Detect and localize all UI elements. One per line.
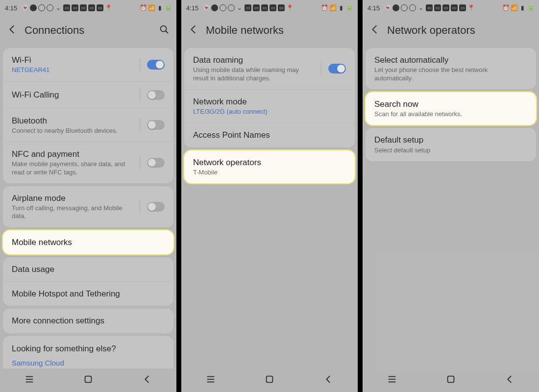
settings-group: Select automaticallyLet your phone choos…	[366, 48, 536, 89]
screen-2: 4:15👻⌄▭▭▭▭▭📍⏰📶▮🔋Network operatorsSelect …	[363, 0, 539, 392]
navigation-bar	[181, 368, 358, 392]
looking-for-card: Looking for something else?Samsung Cloud	[3, 336, 173, 369]
settings-group: Search nowScan for all available network…	[366, 92, 536, 125]
airplane-row[interactable]: Airplane modeTurn off calling, messaging…	[3, 186, 173, 227]
network-operators-subtitle: T-Mobile	[193, 169, 346, 176]
instagram-icon	[38, 4, 45, 11]
mobile-networks-row[interactable]: Mobile networks	[3, 230, 173, 254]
hotspot-title: Mobile Hotspot and Tethering	[12, 289, 165, 299]
badge-icon: ▭	[278, 4, 285, 11]
network-mode-row[interactable]: Network modeLTE/3G/2G (auto connect)	[184, 89, 355, 123]
alarm-icon: ⏰	[140, 4, 147, 11]
bluetooth-subtitle: Connect to nearby Bluetooth devices.	[12, 127, 133, 135]
data-usage-row[interactable]: Data usage	[3, 257, 173, 281]
image-icon: ▭	[426, 4, 433, 11]
svg-rect-5	[85, 376, 92, 383]
bluetooth-toggle[interactable]	[147, 120, 165, 130]
wifi-row[interactable]: Wi-FiNETGEAR41	[3, 48, 173, 81]
alarm-icon: ⏰	[321, 4, 328, 11]
battery-icon: 🔋	[346, 4, 353, 11]
back-icon[interactable]	[188, 24, 199, 37]
nfc-toggle[interactable]	[147, 158, 165, 168]
wifi-calling-toggle[interactable]	[147, 90, 165, 100]
airplane-toggle[interactable]	[147, 202, 165, 212]
toggle-separator	[321, 62, 321, 75]
navigation-bar	[0, 368, 176, 392]
location-icon: 📍	[286, 4, 293, 11]
recents-button[interactable]	[387, 374, 397, 387]
settings-group: Mobile networks	[3, 230, 173, 254]
airplane-subtitle: Turn off calling, messaging, and Mobile …	[12, 204, 133, 220]
image-icon: ▭	[245, 4, 251, 11]
image-icon: ▭	[63, 4, 70, 11]
screen-0: 4:15👻⌄▭▭▭▭▭📍⏰📶▮🔋ConnectionsWi-FiNETGEAR4…	[0, 0, 176, 392]
settings-group: Data roamingUsing mobile data while roam…	[184, 48, 355, 147]
data-roaming-title: Data roaming	[193, 55, 314, 65]
recents-button[interactable]	[205, 374, 216, 387]
snapchat-icon: 👻	[22, 4, 28, 11]
apn-row[interactable]: Access Point Names	[184, 122, 355, 147]
default-setup-title: Default setup	[374, 135, 527, 145]
badge-icon: ▭	[261, 4, 268, 11]
search-icon[interactable]	[159, 24, 170, 37]
bluetooth-row[interactable]: BluetoothConnect to nearby Bluetooth dev…	[3, 108, 173, 142]
instagram-icon	[401, 4, 408, 11]
status-bar: 4:15👻⌄▭▭▭▭▭📍⏰📶▮🔋	[363, 0, 539, 16]
image-icon: ▭	[434, 4, 441, 11]
settings-group: Data usageMobile Hotspot and Tethering	[3, 257, 173, 306]
nav-back-button[interactable]	[323, 374, 334, 387]
settings-group: Network operatorsT-Mobile	[184, 150, 355, 184]
home-button[interactable]	[264, 374, 275, 387]
header: Connections	[0, 16, 176, 45]
wifi-calling-row[interactable]: Wi-Fi Calling	[3, 81, 173, 108]
chevron-down-icon: ⌄	[417, 4, 424, 11]
nfc-row[interactable]: NFC and paymentMake mobile payments, sha…	[3, 142, 173, 183]
toggle-separator	[140, 156, 140, 169]
screen-1: 4:15👻⌄▭▭▭▭▭📍⏰📶▮🔋Mobile networksData roam…	[181, 0, 358, 392]
status-circle-icon	[228, 4, 235, 11]
page-title: Mobile networks	[206, 24, 351, 37]
back-icon[interactable]	[7, 24, 18, 37]
back-icon[interactable]	[369, 24, 380, 37]
nav-back-button[interactable]	[142, 374, 152, 387]
instagram-icon	[220, 4, 226, 11]
nav-back-button[interactable]	[504, 374, 515, 387]
content: Select automaticallyLet your phone choos…	[363, 45, 539, 368]
network-operators-row[interactable]: Network operatorsT-Mobile	[184, 150, 355, 184]
data-roaming-row[interactable]: Data roamingUsing mobile data while roam…	[184, 48, 355, 89]
wifi-toggle[interactable]	[147, 60, 165, 70]
looking-for-title: Looking for something else?	[3, 336, 173, 359]
recents-button[interactable]	[24, 374, 35, 387]
toggle-separator	[140, 58, 140, 71]
looking-for-link[interactable]: Samsung Cloud	[3, 359, 173, 369]
nfc-subtitle: Make mobile payments, share data, and re…	[12, 160, 133, 176]
settings-group: Wi-FiNETGEAR41Wi-Fi CallingBluetoothConn…	[3, 48, 173, 183]
status-circle-icon	[47, 4, 53, 11]
airplane-title: Airplane mode	[12, 193, 133, 203]
battery-icon: 🔋	[527, 4, 534, 11]
select-auto-title: Select automatically	[374, 55, 527, 65]
select-auto-row[interactable]: Select automaticallyLet your phone choos…	[366, 48, 536, 89]
more-conn-row[interactable]: More connection settings	[3, 309, 173, 333]
hotspot-row[interactable]: Mobile Hotspot and Tethering	[3, 281, 173, 306]
bluetooth-title: Bluetooth	[12, 116, 133, 126]
settings-group: Default setupSelect default setup	[366, 128, 536, 161]
search-now-subtitle: Scan for all available networks.	[374, 110, 527, 118]
data-roaming-subtitle: Using mobile data while roaming may resu…	[193, 66, 314, 82]
wifi-icon: 📶	[511, 4, 517, 11]
wifi-subtitle: NETGEAR41	[12, 66, 133, 74]
toggle-separator	[140, 89, 140, 101]
status-time: 4:15	[5, 4, 17, 12]
badge-icon: ▭	[442, 4, 449, 11]
badge-icon: ▭	[80, 4, 87, 11]
default-setup-row[interactable]: Default setupSelect default setup	[366, 128, 536, 161]
badge-icon: ▭	[451, 4, 458, 11]
status-bar: 4:15👻⌄▭▭▭▭▭📍⏰📶▮🔋	[0, 0, 176, 16]
data-roaming-toggle[interactable]	[328, 64, 346, 74]
battery-icon: 🔋	[165, 4, 172, 11]
home-button[interactable]	[445, 374, 456, 387]
home-button[interactable]	[83, 374, 94, 387]
search-now-row[interactable]: Search nowScan for all available network…	[366, 92, 536, 125]
snapchat-icon: 👻	[203, 4, 210, 11]
toggle-separator	[140, 200, 140, 213]
